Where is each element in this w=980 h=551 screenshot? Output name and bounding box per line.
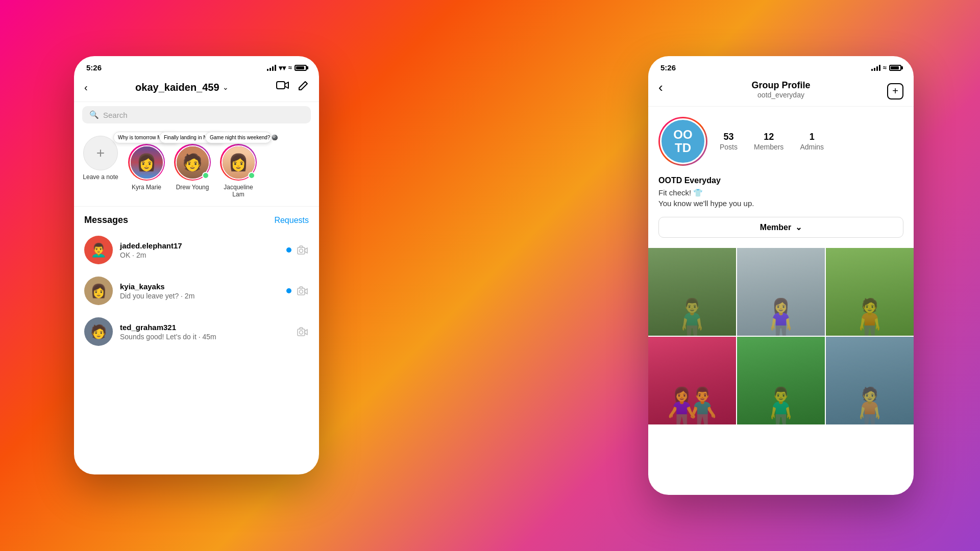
status-icons-right: ≈: [871, 64, 901, 71]
back-button[interactable]: ‹: [84, 82, 88, 93]
camera-icon-0[interactable]: [297, 244, 309, 256]
right-phone: 5:26 ≈ ‹ Group Profile ootd_everyday: [648, 56, 914, 495]
drew-label: Drew Young: [176, 184, 209, 191]
photo-cell-1[interactable]: 🧍‍♀️: [737, 248, 825, 336]
stat-posts-number: 53: [720, 132, 738, 142]
group-avatar: OOTD: [660, 118, 706, 164]
group-profile-header: ‹ Group Profile ootd_everyday +: [648, 76, 914, 107]
photo-cell-4[interactable]: 🧍‍♂️: [737, 337, 825, 424]
jacqueline-online-indicator: [248, 172, 255, 179]
header-username[interactable]: okay_kaiden_459 ⌄: [135, 82, 229, 93]
signal-icon-right: [871, 65, 880, 71]
svg-point-2: [300, 249, 303, 253]
stories-row: + Leave a note Why is tomorrow Monday!? …: [74, 128, 319, 207]
status-bar-right: 5:26 ≈: [648, 56, 914, 76]
group-bio: OOTD Everyday Fit check! 👕 You know we'l…: [648, 176, 914, 217]
story-kyra[interactable]: Why is tomorrow Monday!? 😩 👩 Kyra Marie: [128, 136, 165, 198]
stat-posts: 53 Posts: [720, 132, 738, 152]
group-profile-section: OOTD 53 Posts 12 Members 1 Admins: [648, 107, 914, 176]
photo-cell-0[interactable]: 🧍‍♂️: [648, 248, 736, 336]
message-actions-1: [286, 285, 309, 297]
stat-posts-label: Posts: [720, 143, 738, 151]
messages-title: Messages: [84, 215, 128, 226]
svg-point-4: [300, 290, 303, 293]
message-actions-0: [286, 244, 309, 256]
drew-online-indicator: [202, 172, 209, 179]
time-left: 5:26: [86, 63, 102, 72]
svg-rect-3: [298, 288, 305, 295]
message-avatar-2: 🧑: [84, 317, 113, 346]
group-title: Group Profile: [658, 80, 903, 91]
photo-cell-5[interactable]: 🧍: [826, 337, 914, 424]
message-content-2: ted_graham321 Sounds good! Let's do it ·…: [120, 323, 289, 341]
wifi-icon: ▾▾: [279, 64, 286, 72]
message-item-1[interactable]: 👩 kyia_kayaks Did you leave yet? · 2m: [74, 270, 319, 311]
message-item-2[interactable]: 🧑 ted_graham321 Sounds good! Let's do it…: [74, 311, 319, 352]
signal-icon: [267, 65, 276, 71]
stat-members: 12 Members: [754, 132, 783, 152]
kyra-avatar-border: 👩: [128, 144, 165, 181]
group-subtitle: ootd_everyday: [658, 91, 903, 99]
time-right: 5:26: [660, 63, 676, 72]
group-add-button[interactable]: +: [887, 83, 903, 99]
group-bio-text: Fit check! 👕 You know we'll hype you up.: [658, 187, 903, 209]
member-button[interactable]: Member ⌄: [658, 217, 903, 238]
message-actions-2: [297, 325, 309, 338]
stat-members-label: Members: [754, 143, 783, 151]
search-bar[interactable]: 🔍 Search: [82, 106, 311, 123]
stat-admins-label: Admins: [800, 143, 824, 151]
photo-cell-2[interactable]: 🧍: [826, 248, 914, 336]
svg-rect-5: [298, 329, 305, 336]
stat-admins-number: 1: [800, 132, 824, 142]
message-username-1: kyia_kayaks: [120, 282, 279, 291]
messages-header: Messages Requests: [74, 207, 319, 230]
svg-rect-1: [298, 247, 305, 254]
message-preview-2: Sounds good! Let's do it · 45m: [120, 333, 289, 341]
unread-dot-1: [286, 288, 291, 293]
wifi-icon-sym: ≈: [288, 64, 292, 71]
group-header-text: Group Profile ootd_everyday: [658, 80, 903, 99]
camera-icon-2[interactable]: [297, 325, 309, 338]
stat-admins: 1 Admins: [800, 132, 824, 152]
header-actions: [276, 80, 309, 94]
jacqueline-note: Game night this weekend? 🎱: [205, 132, 272, 143]
video-call-icon[interactable]: [276, 80, 289, 94]
story-jacqueline[interactable]: Game night this weekend? 🎱 👩 Jacqueline …: [220, 136, 257, 198]
group-name: OOTD Everyday: [658, 176, 903, 185]
jacqueline-label: Jacqueline Lam: [220, 184, 257, 198]
left-phone: 5:26 ▾▾ ≈ ‹ okay_kaiden_459 ⌄: [74, 56, 319, 474]
camera-icon-1[interactable]: [297, 285, 309, 297]
svg-point-6: [300, 331, 303, 334]
message-username-0: jaded.elephant17: [120, 241, 279, 250]
requests-link[interactable]: Requests: [274, 216, 309, 225]
photo-cell-3[interactable]: 👫: [648, 337, 736, 424]
story-drew[interactable]: Finally landing in NYC! ❤️ 🧑 Drew Young: [174, 136, 211, 198]
story-self-label: Leave a note: [83, 173, 118, 181]
search-icon: 🔍: [89, 110, 99, 119]
group-avatar-ring: OOTD: [658, 117, 707, 166]
left-phone-header: ‹ okay_kaiden_459 ⌄: [74, 76, 319, 102]
stat-members-number: 12: [754, 132, 783, 142]
message-preview-0: OK · 2m: [120, 251, 279, 259]
message-item-0[interactable]: 👨‍🦱 jaded.elephant17 OK · 2m: [74, 230, 319, 270]
status-icons-left: ▾▾ ≈: [267, 64, 307, 72]
group-back-button[interactable]: ‹: [658, 80, 663, 95]
message-content-0: jaded.elephant17 OK · 2m: [120, 241, 279, 259]
unread-dot-0: [286, 247, 291, 253]
story-self[interactable]: + Leave a note: [82, 136, 119, 198]
svg-rect-0: [277, 82, 285, 89]
photo-grid: 🧍‍♂️ 🧍‍♀️ 🧍 👫: [648, 248, 914, 424]
message-avatar-0: 👨‍🦱: [84, 236, 113, 264]
member-chevron-icon: ⌄: [795, 222, 802, 232]
kyra-label: Kyra Marie: [132, 184, 161, 191]
message-content-1: kyia_kayaks Did you leave yet? · 2m: [120, 282, 279, 300]
status-bar-left: 5:26 ▾▾ ≈: [74, 56, 319, 76]
message-username-2: ted_graham321: [120, 323, 289, 332]
message-preview-1: Did you leave yet? · 2m: [120, 292, 279, 300]
chevron-icon: ⌄: [223, 83, 229, 91]
battery-icon-right: [889, 65, 901, 71]
message-avatar-1: 👩: [84, 277, 113, 305]
battery-icon: [295, 65, 307, 71]
wifi-icon-right: ≈: [883, 64, 887, 71]
edit-icon[interactable]: [298, 80, 309, 94]
